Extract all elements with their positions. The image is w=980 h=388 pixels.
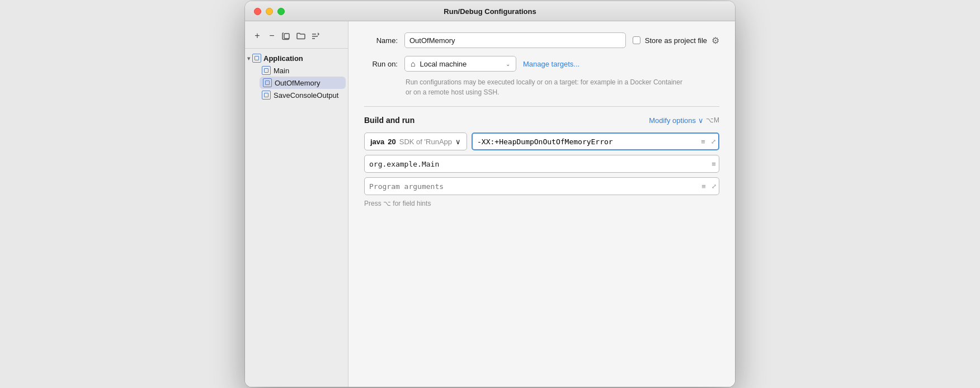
divider	[364, 106, 719, 107]
dropdown-arrow-icon: ⌄	[506, 61, 510, 67]
sdk-version: 20	[388, 138, 395, 146]
copy-config-button[interactable]	[280, 29, 293, 42]
sidebar-item-saveconsole[interactable]: SaveConsoleOutput	[257, 89, 348, 101]
modify-options-label: Modify options	[649, 116, 696, 125]
sdk-dropdown-arrow-icon: ∨	[455, 138, 461, 146]
sidebar-toolbar: + −	[245, 27, 348, 49]
maximize-button[interactable]	[277, 8, 285, 15]
sidebar-group-application[interactable]: ▾ Application	[245, 52, 348, 64]
app-icon-oom	[263, 78, 272, 87]
minimize-button[interactable]	[266, 8, 273, 15]
app-icon-main	[262, 66, 271, 75]
store-project-container: Store as project file ⚙	[633, 35, 719, 46]
sidebar-item-label-main: Main	[274, 67, 289, 75]
sidebar-children: Main OutOfMemory SaveConsoleOutput	[245, 64, 348, 101]
move-to-folder-button[interactable]	[294, 29, 308, 42]
chevron-down-icon: ▾	[247, 55, 250, 61]
titlebar: Run/Debug Configurations	[245, 1, 735, 21]
vm-options-wrapper: ≡ ⤢	[472, 133, 719, 150]
vm-options-input[interactable]	[473, 134, 698, 149]
name-row: Name: Store as project file ⚙	[364, 32, 719, 48]
main-class-row: ≡	[364, 155, 719, 173]
sidebar: + −	[245, 21, 348, 387]
copy-icon	[282, 31, 291, 40]
program-args-row: ≡ ⤢	[364, 177, 719, 195]
main-layout: + −	[245, 21, 735, 387]
run-on-label: Run on:	[364, 60, 398, 68]
svg-rect-0	[284, 34, 289, 39]
program-args-wrapper: ≡ ⤢	[364, 177, 719, 195]
vm-options-fullscreen-icon[interactable]: ⤢	[708, 136, 718, 146]
run-on-value: Local machine	[420, 60, 467, 68]
program-args-expand-icon[interactable]: ⤢	[709, 181, 719, 191]
sidebar-item-label-oom: OutOfMemory	[275, 79, 321, 87]
sdk-rest: SDK of 'RunApp	[399, 138, 452, 146]
program-args-browse-icon[interactable]: ≡	[699, 181, 709, 191]
window-title: Run/Debug Configurations	[444, 7, 536, 16]
sidebar-item-outofmemory[interactable]: OutOfMemory	[260, 77, 346, 89]
app-icon	[252, 54, 261, 63]
sort-icon	[311, 31, 320, 40]
run-on-dropdown[interactable]: ⌂ Local machine ⌄	[404, 56, 516, 72]
run-on-hint: Run configurations may be executed local…	[406, 77, 685, 97]
content-pane: Name: Store as project file ⚙ Run on: ⌂ …	[348, 21, 735, 387]
program-args-input[interactable]	[365, 178, 699, 195]
app-icon-save	[262, 91, 271, 100]
run-on-row: Run on: ⌂ Local machine ⌄ Manage targets…	[364, 56, 719, 72]
store-project-checkbox[interactable]	[633, 36, 640, 44]
main-class-input[interactable]	[365, 155, 709, 172]
name-label: Name:	[364, 36, 398, 45]
gear-icon[interactable]: ⚙	[712, 35, 719, 46]
sdk-label: java	[370, 138, 384, 146]
add-config-button[interactable]: +	[251, 29, 264, 42]
modify-options-button[interactable]: Modify options ∨ ⌥M	[649, 116, 719, 125]
sidebar-item-label-save: SaveConsoleOutput	[274, 91, 338, 100]
window: Run/Debug Configurations + −	[245, 1, 735, 387]
section-title: Build and run	[364, 116, 414, 125]
sdk-dropdown[interactable]: java 20 SDK of 'RunApp ∨	[364, 133, 467, 150]
house-icon: ⌂	[411, 59, 415, 68]
sidebar-item-main[interactable]: Main	[257, 64, 348, 77]
modify-options-arrow: ∨	[698, 116, 704, 125]
main-class-wrapper: ≡	[364, 155, 719, 173]
sdk-vm-row: java 20 SDK of 'RunApp ∨ ≡ ⤢	[364, 133, 719, 150]
section-header: Build and run Modify options ∨ ⌥M	[364, 116, 719, 125]
close-button[interactable]	[254, 8, 261, 15]
sort-button[interactable]	[309, 29, 322, 42]
vm-options-expand-icon[interactable]: ≡	[698, 136, 708, 146]
store-project-label: Store as project file	[645, 36, 707, 45]
name-input[interactable]	[404, 32, 626, 48]
main-class-browse-icon[interactable]: ≡	[709, 159, 719, 169]
manage-targets-link[interactable]: Manage targets...	[523, 60, 579, 68]
field-hint: Press ⌥ for field hints	[364, 200, 719, 207]
modify-shortcut: ⌥M	[706, 116, 719, 124]
traffic-lights	[254, 8, 285, 15]
group-label: Application	[263, 54, 303, 63]
remove-config-button[interactable]: −	[265, 29, 279, 42]
folder-icon	[296, 31, 305, 40]
